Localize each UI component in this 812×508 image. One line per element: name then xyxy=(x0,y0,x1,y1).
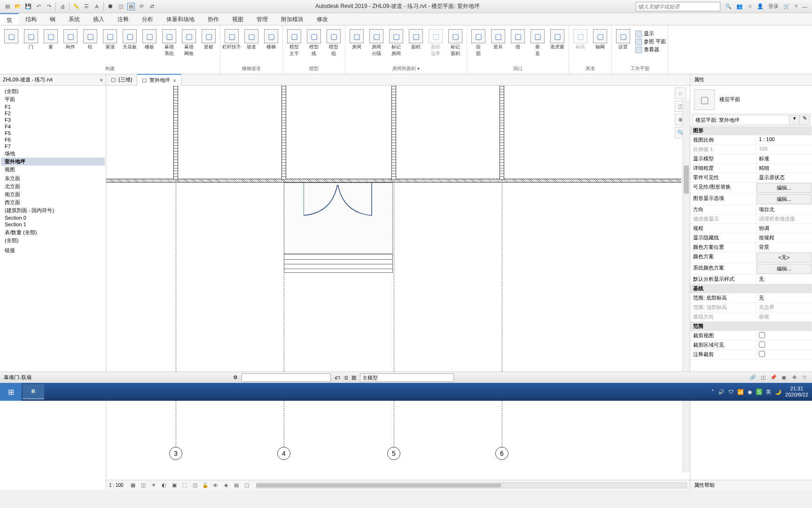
edit-type-button[interactable]: ✎ xyxy=(799,115,810,125)
drawing-canvas[interactable]: ⌂ ◳ ◉ 🔍 3456 xyxy=(106,86,690,480)
style-icon[interactable]: ◫ xyxy=(140,482,147,489)
prop-value[interactable]: 无 xyxy=(756,275,812,284)
filter-icon[interactable]: 🏷 xyxy=(335,375,340,381)
tree-item[interactable]: 西立面 xyxy=(1,198,105,206)
user-icon[interactable]: 👤 xyxy=(757,3,764,9)
drag-icon[interactable]: ✥ xyxy=(790,374,798,381)
lock-icon[interactable]: 🔓 xyxy=(202,482,209,489)
ribbon-side-item[interactable]: 显示 xyxy=(635,30,666,37)
ribbon-item[interactable]: ▢ xyxy=(2,28,21,45)
ribbon-side-item[interactable]: 参照 平面 xyxy=(635,38,666,45)
tray-volume-icon[interactable]: 🔊 xyxy=(718,389,725,395)
tab-massing[interactable]: 体量和场地 xyxy=(160,13,201,25)
grid-bubble[interactable]: 6 xyxy=(495,447,508,460)
ribbon-item[interactable]: ▢标记面积 xyxy=(446,28,465,57)
grid-bubble[interactable]: 5 xyxy=(387,447,400,460)
properties-help[interactable]: 属性帮助 xyxy=(690,480,812,490)
grid-bubble[interactable]: 4 xyxy=(277,447,290,460)
ribbon-item[interactable]: ▢房间 xyxy=(347,28,366,51)
prop-edit-button[interactable]: 编辑... xyxy=(757,264,812,274)
prop-checkbox[interactable] xyxy=(759,341,765,348)
tray-shield-icon[interactable]: 🛡 xyxy=(728,389,734,395)
ribbon-item[interactable]: ▢模型文字 xyxy=(285,28,304,57)
ribbon-item[interactable]: ▢模型组 xyxy=(324,28,343,57)
print-icon[interactable]: 🖨 xyxy=(59,3,66,10)
help-icon[interactable]: ? xyxy=(795,4,797,9)
ribbon-item[interactable]: ▢模型线 xyxy=(304,28,323,57)
select-face-icon[interactable]: ▣ xyxy=(780,374,788,381)
start-button[interactable]: ⊞ xyxy=(0,383,22,401)
prop-checkbox[interactable] xyxy=(759,351,765,357)
tree-item[interactable]: 室外地坪 xyxy=(1,158,105,166)
tray-lang[interactable]: 英 xyxy=(766,389,771,396)
prop-edit-button[interactable]: 编辑... xyxy=(757,194,812,204)
ribbon-item[interactable]: ▢栏杆扶手 xyxy=(222,28,241,51)
tree-item[interactable]: F4 xyxy=(1,123,105,130)
app-menu-icon[interactable]: ▤ xyxy=(4,3,11,10)
align-icon[interactable]: ☰ xyxy=(83,3,90,10)
status-combo[interactable] xyxy=(242,373,331,382)
tree-item[interactable]: 南立面 xyxy=(1,190,105,198)
ribbon-item[interactable]: ▢垂直 xyxy=(528,28,547,57)
nav-home-icon[interactable]: ⌂ xyxy=(675,87,686,99)
switch-icon[interactable]: ⇄ xyxy=(148,3,156,10)
tree-item[interactable]: Section 0 xyxy=(1,214,105,221)
ribbon-item[interactable]: ▢竖梃 xyxy=(199,28,218,51)
ribbon-item[interactable]: ▢墙 xyxy=(508,28,527,51)
ribbon-item[interactable]: ▢幕墙网格 xyxy=(180,28,198,57)
wall[interactable] xyxy=(173,86,178,180)
scale-label[interactable]: 1 : 100 xyxy=(109,483,126,488)
tab-collab[interactable]: 协作 xyxy=(201,13,226,25)
tab-modify[interactable]: 修改 xyxy=(310,13,335,25)
prop-value[interactable]: 精细 xyxy=(756,164,812,173)
wall[interactable] xyxy=(281,86,286,180)
ribbon-side-item[interactable]: 查看器 xyxy=(635,46,666,53)
ribbon-item[interactable]: ▢面积 xyxy=(406,28,425,51)
ribbon-item[interactable]: ▢幕墙系统 xyxy=(160,28,179,57)
filter-sel-icon[interactable]: ▽ xyxy=(801,374,808,381)
prop-value[interactable]: 背景 xyxy=(756,243,812,252)
tree-item[interactable]: 场地 xyxy=(1,150,105,158)
tree-item[interactable]: F2 xyxy=(1,110,105,117)
prop-value[interactable] xyxy=(756,350,812,359)
tree-item[interactable]: F5 xyxy=(1,130,105,136)
prop-value[interactable] xyxy=(756,341,812,349)
3d-icon[interactable]: ⬢ xyxy=(107,3,114,10)
ribbon-item[interactable]: ▢设置 xyxy=(614,28,632,51)
ribbon-item[interactable]: ▢竖井 xyxy=(489,28,508,51)
prop-group-header[interactable]: 图形 xyxy=(690,126,812,135)
worksharing-icon[interactable]: ▤ xyxy=(233,482,240,489)
prop-value[interactable] xyxy=(756,331,812,340)
crop-icon[interactable]: ⬚ xyxy=(181,482,188,489)
ribbon-item[interactable]: ▢柱 xyxy=(81,28,100,51)
sync-icon[interactable]: ⟳ xyxy=(138,3,145,10)
prop-edit-button[interactable]: 编辑... xyxy=(757,183,812,193)
open-icon[interactable]: 📂 xyxy=(14,3,22,10)
scrollbar-vertical[interactable] xyxy=(682,100,690,472)
tab-structure[interactable]: 结构 xyxy=(19,13,43,25)
tab-analyze[interactable]: 分析 xyxy=(135,13,160,25)
status-icon[interactable]: ⚙ xyxy=(233,374,238,381)
wall[interactable] xyxy=(391,86,396,180)
tree-item[interactable]: 东立面 xyxy=(1,175,105,183)
tray-moon-icon[interactable]: 🌙 xyxy=(775,389,781,395)
sun-icon[interactable]: ☀ xyxy=(150,482,157,489)
tree-item[interactable]: 链接 xyxy=(1,246,105,254)
door-swing[interactable] xyxy=(304,183,374,220)
ribbon-item[interactable]: ▢窗 xyxy=(41,28,60,51)
prop-value[interactable]: 1 : 100 xyxy=(756,135,812,144)
measure-icon[interactable]: 📏 xyxy=(72,3,80,10)
favorite-icon[interactable]: ☆ xyxy=(748,3,752,9)
sheet-icon[interactable]: ▤ xyxy=(127,3,135,10)
grid-bubble[interactable]: 3 xyxy=(169,447,182,460)
reveal-icon[interactable]: ◈ xyxy=(222,482,230,489)
section-icon[interactable]: ◫ xyxy=(117,3,125,10)
temp-hide-icon[interactable]: 👁 xyxy=(212,482,219,489)
render-icon[interactable]: ▣ xyxy=(171,482,178,489)
ribbon-item[interactable]: ▢楼梯 xyxy=(262,28,281,51)
ribbon-item[interactable]: ▢屋顶 xyxy=(101,28,119,51)
search-icon[interactable]: 🔍 xyxy=(725,3,732,9)
properties-grid[interactable]: 图形视图比例1 : 100比例值 1:100显示模型标准详细程度精细零件可见性显… xyxy=(690,126,812,480)
tree-item[interactable]: F3 xyxy=(1,117,105,123)
ribbon-item[interactable]: ▢门 xyxy=(22,28,40,51)
